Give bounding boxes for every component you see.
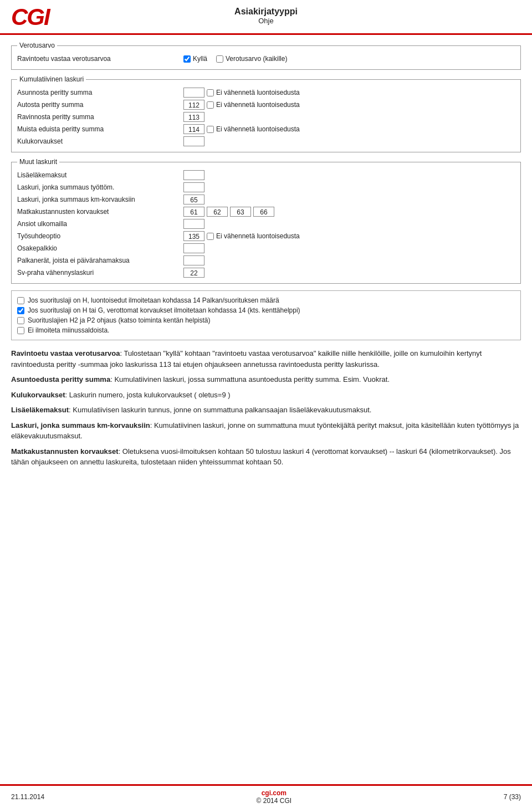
- muista-row: Muista eduista peritty summa 114 Ei vähe…: [17, 123, 515, 135]
- checkbox-3[interactable]: [17, 317, 24, 324]
- help-p4-bold: Lisäeläkemaksut: [11, 406, 69, 414]
- muista-field[interactable]: 114: [183, 124, 204, 134]
- checkbox-2-label: Jos suorituslaji on H tai G, verottomat …: [28, 306, 300, 314]
- main-content: Verotusarvo Ravintoetu vastaa verotusarv…: [0, 35, 532, 480]
- checkbox-row-2: Jos suorituslaji on H tai G, verottomat …: [17, 305, 515, 315]
- tyosuhdeoptio-check-text: Ei vähennetä luontoisedusta: [216, 232, 300, 240]
- checkbox-2[interactable]: [17, 307, 24, 314]
- verotusarvo-label: Ravintoetu vastaa verotusarvoa: [17, 55, 183, 63]
- footer-copyright: © 2014 CGI: [257, 797, 292, 805]
- autosta-label: Autosta peritty summa: [17, 101, 183, 109]
- matka-field4[interactable]: 66: [253, 207, 274, 217]
- help-p1: Ravintoetu vastaa verotusarvoa: Tulostet…: [11, 348, 521, 370]
- svpraha-label: Sv-praha vähennyslaskuri: [17, 269, 183, 277]
- laskuri-km-field[interactable]: 65: [183, 195, 204, 204]
- laskuri-km-row: Laskuri, jonka summaus km-korvauksiin 65: [17, 193, 515, 206]
- kylla-checkbox-label[interactable]: Kyllä: [183, 55, 207, 63]
- matka-field2[interactable]: 62: [207, 207, 228, 217]
- muut-legend: Muut laskurit: [17, 158, 59, 166]
- kulukorvaukset-field[interactable]: [183, 136, 204, 146]
- header-center: Asiakirjatyyppi Ohje: [234, 7, 298, 25]
- autosta-check-label[interactable]: Ei vähennetä luontoisedusta: [207, 101, 300, 109]
- asunnosta-check-label[interactable]: Ei vähennetä luontoisedusta: [207, 89, 300, 96]
- checkbox-row-1: Jos suorituslaji on H, luontoisedut ilmo…: [17, 295, 515, 305]
- muista-check[interactable]: [207, 126, 214, 133]
- ravinnosta-row: Ravinnosta peritty summa 113: [17, 111, 515, 123]
- palkanerot-field[interactable]: [183, 255, 204, 265]
- laskuri-tyottom-label: Laskuri, jonka summaus työttöm.: [17, 183, 183, 191]
- matka-row: Matkakustannusten korvaukset 61 62 63 66: [17, 206, 515, 218]
- matka-field1[interactable]: 61: [183, 207, 204, 217]
- kylla-checkbox[interactable]: [183, 55, 191, 63]
- osakepalkkio-field[interactable]: [183, 243, 204, 253]
- help-p2-rest: : Kumulatiivinen laskuri, jossa summattu…: [110, 375, 390, 383]
- help-p6-bold: Matkakustannusten korvaukset: [11, 447, 119, 456]
- verotusarvo-section: Verotusarvo Ravintoetu vastaa verotusarv…: [11, 42, 521, 70]
- header-subtitle: Ohje: [234, 17, 298, 25]
- checkbox-4[interactable]: [17, 327, 24, 334]
- asunnosta-label: Asunnosta peritty summa: [17, 89, 183, 96]
- tyosuhdeoptio-field[interactable]: 135: [183, 231, 204, 241]
- autosta-check-text: Ei vähennetä luontoisedusta: [216, 101, 300, 109]
- laskuri-tyottom-row: Laskuri, jonka summaus työttöm.: [17, 181, 515, 193]
- help-p1-bold: Ravintoetu vastaa verotusarvoa: [11, 349, 120, 357]
- svpraha-field[interactable]: 22: [183, 268, 204, 278]
- verotusarvo-kaikille-label: Verotusarvo (kaikille): [226, 55, 287, 63]
- tyosuhdeoptio-check-label[interactable]: Ei vähennetä luontoisedusta: [207, 232, 300, 240]
- kulukorvaukset-label: Kulukorvaukset: [17, 137, 183, 145]
- lisaelakemaksut-field[interactable]: [183, 170, 204, 180]
- verotusarvo-row: Ravintoetu vastaa verotusarvoa Kyllä Ver…: [17, 53, 515, 65]
- help-p5: Laskuri, jonka summaus km-korvauksiin: K…: [11, 420, 521, 442]
- kulukorvaukset-row: Kulukorvaukset: [17, 135, 515, 147]
- laskuri-km-label: Laskuri, jonka summaus km-korvauksiin: [17, 196, 183, 203]
- autosta-row: Autosta peritty summa 112 Ei vähennetä l…: [17, 99, 515, 111]
- asunnosta-check-text: Ei vähennetä luontoisedusta: [216, 89, 300, 96]
- footer-website[interactable]: cgi.com: [262, 789, 287, 797]
- footer-center: cgi.com © 2014 CGI: [257, 789, 292, 805]
- verotusarvo-legend: Verotusarvo: [17, 42, 57, 49]
- palkanerot-row: Palkanerät, joista ei päivärahamaksua: [17, 254, 515, 267]
- help-section: Ravintoetu vastaa verotusarvoa: Tulostet…: [11, 348, 521, 468]
- kylla-label: Kyllä: [193, 55, 207, 63]
- help-p4: Lisäeläkemaksut: Kumulatiivisen laskurin…: [11, 405, 521, 416]
- lisaelakemaksut-label: Lisäeläkemaksut: [17, 171, 183, 179]
- help-p3-bold: Kulukorvaukset: [11, 391, 65, 399]
- asunnosta-row: Asunnosta peritty summa Ei vähennetä luo…: [17, 86, 515, 99]
- kumulatiivinen-legend: Kumulatiivinen laskuri: [17, 75, 86, 83]
- ravinnosta-label: Ravinnosta peritty summa: [17, 113, 183, 121]
- checkbox-1-label: Jos suorituslaji on H, luontoisedut ilmo…: [28, 296, 279, 304]
- muista-label: Muista eduista peritty summa: [17, 125, 183, 133]
- ansiot-field[interactable]: [183, 219, 204, 229]
- help-p2-bold: Asuntoedusta peritty summa: [11, 375, 110, 383]
- verotusarvo-kaikille-checkbox-label[interactable]: Verotusarvo (kaikille): [216, 55, 287, 63]
- tyosuhdeoptio-label: Työsuhdeoptio: [17, 232, 183, 240]
- help-p2: Asuntoedusta peritty summa: Kumulatiivin…: [11, 374, 521, 385]
- autosta-field[interactable]: 112: [183, 100, 204, 110]
- footer-date: 21.11.2014: [11, 793, 44, 801]
- matka-label: Matkakustannusten korvaukset: [17, 208, 183, 216]
- checkbox-row-4: Ei ilmoiteta miinussaldoista.: [17, 325, 515, 335]
- ansiot-label: Ansiot ulkomailla: [17, 220, 183, 228]
- checkbox-1[interactable]: [17, 297, 24, 304]
- lisaelakemaksut-row: Lisäeläkemaksut: [17, 169, 515, 181]
- matka-field3[interactable]: 63: [230, 207, 251, 217]
- ansiot-row: Ansiot ulkomailla: [17, 218, 515, 230]
- autosta-check[interactable]: [207, 101, 214, 109]
- verotusarvo-kaikille-checkbox[interactable]: [216, 55, 223, 63]
- svpraha-row: Sv-praha vähennyslaskuri 22: [17, 267, 515, 279]
- osakepalkkio-label: Osakepalkkio: [17, 244, 183, 252]
- asunnosta-check[interactable]: [207, 89, 214, 96]
- tyosuhdeoptio-row: Työsuhdeoptio 135 Ei vähennetä luontoise…: [17, 230, 515, 242]
- asunnosta-field[interactable]: [183, 88, 204, 98]
- palkanerot-label: Palkanerät, joista ei päivärahamaksua: [17, 257, 183, 264]
- muista-check-label[interactable]: Ei vähennetä luontoisedusta: [207, 125, 300, 133]
- laskuri-tyottom-field[interactable]: [183, 182, 204, 192]
- logo: CGI: [11, 6, 49, 29]
- kumulatiivinen-section: Kumulatiivinen laskuri Asunnosta peritty…: [11, 75, 521, 152]
- ravinnosta-field[interactable]: 113: [183, 112, 204, 122]
- header-title: Asiakirjatyyppi: [234, 7, 298, 17]
- checkbox-row-3: Suorituslajien H2 ja P2 ohjaus (katso to…: [17, 315, 515, 325]
- help-p4-rest: : Kumulatiivisen laskurin tunnus, jonne …: [69, 406, 371, 414]
- checkboxes-section: Jos suorituslaji on H, luontoisedut ilmo…: [11, 290, 521, 340]
- tyosuhdeoptio-check[interactable]: [207, 233, 214, 240]
